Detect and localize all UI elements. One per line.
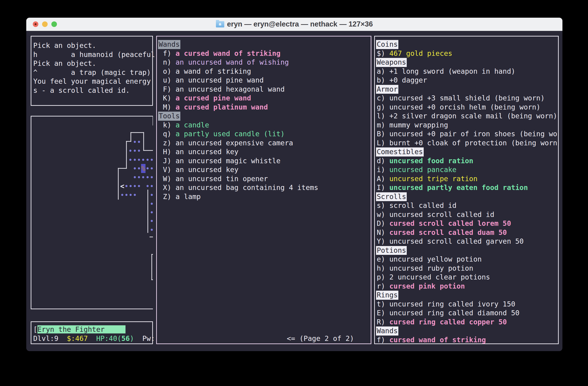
floor-dot: [126, 185, 127, 187]
floor-dot: [129, 159, 131, 161]
message-panel: Pick an object.h a humanoid (peacefulPic…: [31, 36, 153, 106]
menu-item: M) a cursed platinum wand: [159, 103, 371, 112]
floor-dot: [138, 150, 140, 152]
menu-item: k) a candle: [159, 121, 371, 130]
terminal-window[interactable]: eryn — eryn@electra — nethack — 127×36 P…: [26, 18, 563, 351]
menu-section-header: Scrolls: [377, 192, 558, 201]
inventory-panel: Coins$) 467 gold piecesWeaponsa) +1 long…: [374, 36, 559, 344]
status-line-stats: Dlvl:9 $:467 HP:40(56) Pw:: [33, 334, 152, 343]
floor-dot: [151, 167, 153, 170]
floor-dot: [126, 194, 127, 196]
menu-item: u) an uncursed pine wand: [159, 76, 371, 85]
message-lines: Pick an object.h a humanoid (peacefulPic…: [31, 37, 152, 95]
floor-dot: [138, 176, 140, 178]
player-name-highlight: Eryn the Fighter: [37, 325, 126, 333]
inventory-item: g) uncursed +0 orcish helm (being worn): [377, 103, 558, 112]
minimize-button[interactable]: [42, 21, 48, 27]
inventory-item: I) uncursed partly eaten food ration: [377, 183, 558, 192]
floor-dot: [130, 185, 132, 187]
floor-dot: [134, 176, 136, 178]
food-item-glyph: %: [141, 164, 145, 172]
floor-dot: [134, 167, 136, 170]
menu-item: n) an uncursed wand of wishing: [159, 58, 371, 67]
menu-item: X) an uncursed bag containing 4 items: [159, 183, 371, 192]
floor-dot: [151, 220, 153, 222]
inventory-item: R) cursed ring called copper 50: [377, 318, 558, 327]
menu-section-header: Tools: [159, 112, 371, 121]
inventory-item: Y) uncursed scroll called garven 50: [377, 237, 558, 246]
inventory-item: D) cursed scroll called lorem 50: [377, 219, 558, 228]
inventory-item: B) uncursed +0 pair of iron shoes (being…: [377, 129, 558, 139]
close-button[interactable]: [33, 21, 38, 27]
inventory-item: A) uncursed tripe ration: [377, 174, 558, 183]
menu-item: Z) a lamp: [159, 192, 371, 201]
inventory-item: h) uncursed ruby potion: [377, 264, 558, 273]
floor-dot: [151, 159, 153, 161]
menu-item: W) an uncursed tin opener: [159, 174, 371, 183]
inventory-item: c) uncursed +3 small shield (being worn): [377, 94, 558, 103]
inventory-rows: Coins$) 467 gold piecesWeaponsa) +1 long…: [375, 37, 558, 344]
inventory-item: b) +0 dagger: [377, 76, 558, 85]
open-bracket: [: [33, 325, 37, 333]
floor-dot: [147, 159, 149, 161]
floor-dot: [121, 194, 124, 196]
menu-item: o) a wand of striking: [159, 67, 371, 76]
page-indicator: <= (Page 2 of 2): [287, 334, 354, 343]
inventory-item: m) mummy wrapping: [377, 121, 558, 130]
message-line: Pick an object.: [33, 59, 152, 68]
floor-dot: [138, 167, 140, 170]
floor-dot: [134, 185, 136, 187]
menu-item: z) an uncursed expensive camera: [159, 139, 371, 148]
message-line: h a humanoid (peaceful: [33, 50, 152, 59]
menu-item: K) a cursed pine wand: [159, 94, 371, 103]
floor-dot: [151, 176, 153, 178]
menu-section-header: Potions: [377, 246, 558, 255]
inventory-item: d) uncursed food ration: [377, 156, 558, 166]
zoom-button[interactable]: [51, 21, 57, 27]
floor-dot: [151, 185, 153, 187]
inventory-item: l) +2 silver dragon scale mail (being wo…: [377, 112, 558, 121]
inventory-item: L) burnt +0 cloak of protection (being w…: [377, 139, 558, 148]
menu-section-header: Rings: [377, 291, 558, 300]
message-line: ^ a trap (magic trap): [33, 68, 152, 77]
status-line-name: [Eryn the Fighter: [33, 325, 152, 334]
inventory-item: p) 2 uncursed clear potions: [377, 273, 558, 282]
floor-dot: [147, 167, 149, 170]
menu-section-header: Comestibles: [377, 148, 558, 156]
folder-icon: [216, 21, 224, 27]
traffic-lights: [33, 18, 57, 31]
menu-panel: Wands f) a cursed wand of striking n) an…: [156, 36, 371, 344]
floor-dot: [129, 150, 131, 152]
inventory-item: r) cursed pink potion: [377, 282, 558, 291]
floor-dot: [147, 176, 149, 178]
titlebar[interactable]: eryn — eryn@electra — nethack — 127×36: [26, 18, 563, 31]
floor-dot: [138, 141, 140, 143]
floor-dot: [151, 229, 153, 231]
message-line: Pick an object.: [33, 41, 152, 50]
menu-item: H) an uncursed key: [159, 148, 371, 156]
window-title: eryn — eryn@electra — nethack — 127×36: [216, 20, 373, 28]
dungeon-map: %<: [31, 116, 153, 309]
inventory-item: e) uncursed yellow potion: [377, 255, 558, 264]
menu-section-header: Armor: [377, 85, 558, 94]
menu-section-header: Weapons: [377, 58, 558, 67]
inventory-item: a) +1 long sword (weapon in hand): [377, 67, 558, 76]
status-panel: [Eryn the Fighter Dlvl:9 $:467 HP:40(56)…: [31, 321, 153, 344]
inventory-item: f) cursed wand of striking: [377, 336, 558, 345]
floor-dot: [151, 211, 153, 214]
map-panel: %<: [31, 116, 153, 309]
menu-item: f) a cursed wand of striking: [159, 49, 371, 58]
floor-dot: [130, 194, 132, 196]
menu-section-header: Wands: [377, 326, 558, 336]
menu-section-header: Coins: [377, 40, 558, 49]
floor-dot: [147, 185, 149, 187]
menu-item: V) an uncursed key: [159, 165, 371, 174]
inventory-item: i) uncursed pancake: [377, 165, 558, 174]
floor-dot: [134, 150, 136, 152]
floor-dot: [142, 159, 144, 161]
stairs-up-glyph: <: [120, 182, 124, 190]
floor-dot: [138, 159, 140, 161]
inventory-item: E) uncursed ring called diamond 50: [377, 309, 558, 318]
message-line: s - a scroll called id.: [33, 86, 152, 95]
floor-dot: [151, 203, 153, 205]
